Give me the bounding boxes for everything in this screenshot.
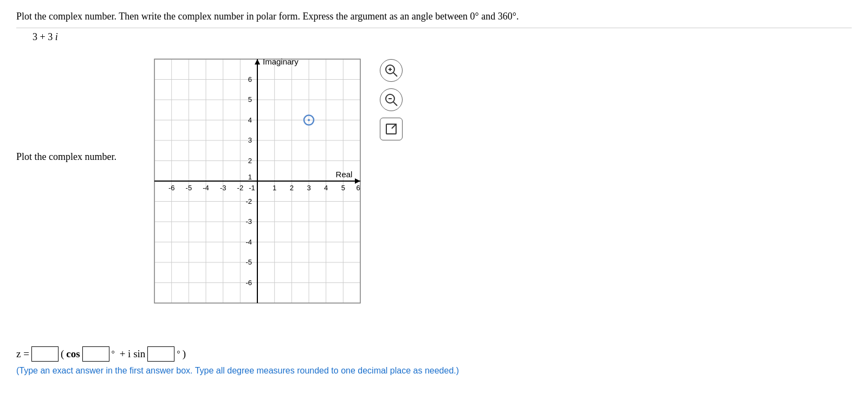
cos-degree-symbol: °: [112, 349, 115, 359]
plotted-point-center: [308, 119, 310, 121]
svg-text:2: 2: [248, 157, 252, 165]
graph-area[interactable]: -6 -5 -4 -3 -2 -1 1 2 3 4 5 6 6 5 4 3 2 …: [138, 54, 371, 319]
zoom-out-icon: [384, 93, 398, 107]
expand-button[interactable]: [380, 118, 403, 140]
svg-text:-4: -4: [245, 238, 252, 246]
svg-text:4: 4: [248, 116, 252, 124]
svg-text:1: 1: [248, 173, 252, 181]
plus-i-sin-label: + i sin: [117, 348, 145, 360]
svg-text:-2: -2: [245, 197, 252, 205]
svg-text:-4: -4: [203, 184, 209, 192]
close-paren: ): [183, 348, 186, 360]
instruction-text: Plot the complex number. Then write the …: [16, 11, 519, 22]
svg-line-54: [393, 73, 397, 76]
svg-text:Imaginary: Imaginary: [263, 57, 299, 66]
svg-text:-3: -3: [245, 217, 252, 226]
complex-number-display: 3 + 3 i: [33, 31, 852, 43]
complex-number-value: 3 + 3 i: [33, 31, 58, 42]
expand-icon: [385, 123, 397, 135]
problem-header: Plot the complex number. Then write the …: [16, 11, 852, 28]
svg-text:6: 6: [356, 184, 360, 192]
svg-text:-6: -6: [169, 184, 175, 192]
svg-line-57: [393, 102, 397, 106]
svg-text:2: 2: [290, 184, 294, 192]
svg-text:-3: -3: [220, 184, 226, 192]
svg-text:5: 5: [248, 95, 252, 104]
svg-text:-5: -5: [186, 184, 192, 192]
svg-text:3: 3: [248, 136, 252, 144]
svg-text:Real: Real: [336, 170, 353, 179]
svg-text:1: 1: [273, 184, 276, 192]
svg-text:-1: -1: [249, 184, 255, 192]
cos-angle-input[interactable]: [82, 346, 109, 362]
open-paren: (: [61, 348, 64, 360]
sin-degree-symbol: °: [177, 349, 180, 359]
cos-label: cos: [66, 348, 80, 360]
hint-text: (Type an exact answer in the first answe…: [16, 366, 852, 376]
svg-text:3: 3: [307, 184, 310, 192]
zoom-in-icon: [384, 63, 398, 78]
sin-angle-input[interactable]: [147, 346, 174, 362]
zoom-out-button[interactable]: [380, 88, 403, 111]
svg-text:4: 4: [324, 184, 328, 192]
zoom-in-button[interactable]: [380, 59, 403, 82]
coordinate-plane: -6 -5 -4 -3 -2 -1 1 2 3 4 5 6 6 5 4 3 2 …: [138, 54, 371, 319]
graph-toolbar: [380, 59, 403, 140]
svg-text:6: 6: [248, 75, 252, 83]
plot-label: Plot the complex number.: [16, 151, 116, 163]
svg-text:-6: -6: [245, 279, 252, 287]
svg-text:5: 5: [341, 184, 345, 192]
svg-text:-5: -5: [245, 258, 252, 266]
answer-section: z = ( cos ° + i sin ° ) (Type an exact a…: [16, 346, 852, 376]
svg-text:-2: -2: [237, 184, 244, 192]
magnitude-input-box[interactable]: [31, 346, 59, 362]
answer-row: z = ( cos ° + i sin ° ): [16, 346, 852, 362]
z-equals-label: z =: [16, 348, 29, 360]
svg-line-59: [392, 124, 396, 128]
